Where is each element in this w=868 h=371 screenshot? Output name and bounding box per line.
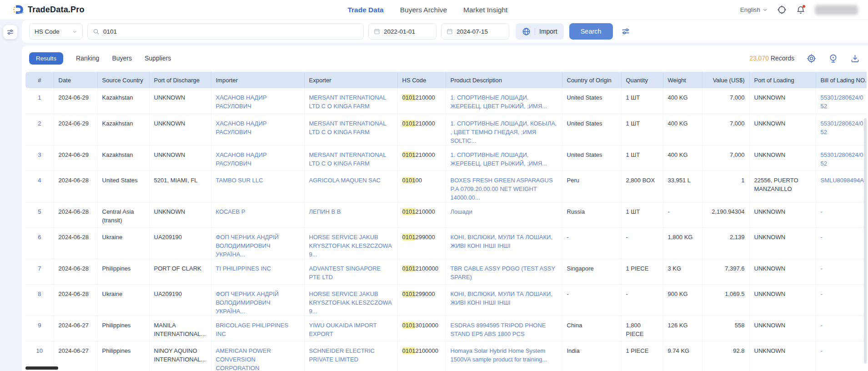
- bill-of-lading-link[interactable]: 55301/280624/0 52: [821, 120, 863, 135]
- importer-link[interactable]: ХАСАНОВ НАДИР РАСУЛОВИЧ: [216, 94, 267, 110]
- exporter-link[interactable]: YIWU OUKAIDA IMPORT EXPORT: [309, 322, 377, 337]
- nav-buyers-archive[interactable]: Buyers Archive: [400, 6, 447, 14]
- product-description-link[interactable]: 1. СПОРТИВНЫЕ ЛОШАДИ, ЖЕРЕБЕЦ, ЦВЕТ РЫЖИ…: [451, 151, 547, 167]
- bill-of-lading-link[interactable]: -: [821, 265, 823, 272]
- bill-of-lading-link[interactable]: -: [821, 291, 823, 297]
- product-description-link[interactable]: 1. СПОРТИВНЫЕ ЛОШАДИ, ЖЕРЕБЕЦ, ЦВЕТ РЫЖИ…: [451, 94, 547, 110]
- search-button[interactable]: Search: [569, 23, 613, 40]
- bill-of-lading-link[interactable]: -: [821, 208, 823, 215]
- user-account-blurred[interactable]: [815, 5, 858, 15]
- cell-hs-code: 010100: [397, 170, 446, 202]
- exporter-link[interactable]: MERSANT INTERNATIONAL LTD C O KINGA FARM: [309, 120, 386, 135]
- cell-source-country: Ukraine: [97, 284, 149, 316]
- exporter-link[interactable]: HORSE SERVICE JAKUB KRYSZTOFIAK KLESZCZO…: [309, 234, 392, 258]
- bill-of-lading-link[interactable]: SMLU8098494A: [821, 177, 864, 184]
- tab-buyers[interactable]: Buyers: [112, 52, 132, 65]
- product-description-link[interactable]: 1. СПОРТИВНЫЕ ЛОШАДИ, КОБЫЛА, , ЦВЕТ ТЕМ…: [451, 120, 557, 144]
- sidebar-toggle-button[interactable]: [3, 25, 17, 39]
- horizontal-scrollbar[interactable]: [25, 366, 58, 370]
- cell-importer: ХАСАНОВ НАДИР РАСУЛОВИЧ: [211, 114, 304, 145]
- gear-icon[interactable]: [806, 53, 816, 63]
- search-category-select[interactable]: HS Code: [29, 23, 83, 40]
- row-number-link[interactable]: 7: [38, 265, 41, 272]
- bill-of-lading-link[interactable]: -: [821, 234, 823, 241]
- cell-value: 1: [702, 170, 749, 202]
- row-number-link[interactable]: 3: [38, 151, 41, 158]
- importer-link[interactable]: BRICOLAGE PHILIPPINES INC: [216, 322, 289, 337]
- importer-link[interactable]: ХАСАНОВ НАДИР РАСУЛОВИЧ: [216, 120, 267, 135]
- date-to-input[interactable]: [457, 28, 504, 35]
- hs-code-rest: 00: [415, 177, 421, 184]
- cell-product-description: 1. СПОРТИВНЫЕ ЛОШАДИ, КОБЫЛА, , ЦВЕТ ТЕМ…: [446, 114, 562, 145]
- cell-source-country: Central Asia (transit): [97, 202, 149, 227]
- cell-country-of-origin: China: [562, 316, 621, 341]
- table-row: 2 2024-06-29 Kazakhstan UNKNOWN ХАСАНОВ …: [25, 114, 867, 145]
- globe-stand-icon[interactable]: [828, 53, 838, 63]
- bill-of-lading-link[interactable]: 55301/280624/0 52: [821, 94, 863, 110]
- top-bar: TradeData.Pro Trade Data Buyers Archive …: [0, 0, 868, 20]
- col-quantity: Quantity: [621, 72, 663, 88]
- importer-link[interactable]: ХАСАНОВ НАДИР РАСУЛОВИЧ: [216, 151, 267, 167]
- tab-ranking[interactable]: Ranking: [76, 52, 99, 65]
- row-number-link[interactable]: 9: [38, 322, 41, 329]
- brand[interactable]: TradeData.Pro: [13, 4, 85, 16]
- cell-port-of-loading: UNKNOWN: [749, 284, 816, 316]
- bell-icon[interactable]: [796, 5, 806, 15]
- importer-link[interactable]: ФОП ЧЕРНИХ АНДРІЙ ВОЛОДИМИРОВИЧ УКРАЇНА.…: [216, 291, 279, 315]
- download-icon[interactable]: [850, 53, 860, 63]
- cell-product-description: TBR CABLE ASSY POGO (TEST ASSY SPARE): [446, 259, 562, 284]
- product-description-link[interactable]: КОНІ, ВІСЛЮКИ, МУЛИ ТА ЛОШАКИ, ЖИВІ КОНІ…: [451, 291, 553, 306]
- date-from-field[interactable]: [368, 23, 437, 40]
- cell-quantity: 2,800 BOX: [621, 170, 663, 202]
- exporter-link[interactable]: AGRICOLA MAQUEN SAC: [309, 177, 381, 184]
- exporter-link[interactable]: HORSE SERVICE JAKUB KRYSZTOFIAK KLESZCZO…: [309, 291, 392, 315]
- row-number-link[interactable]: 1: [38, 94, 41, 101]
- date-to-field[interactable]: [441, 23, 509, 40]
- bill-of-lading-link[interactable]: 55301/280624/0 52: [821, 151, 863, 167]
- row-number-link[interactable]: 8: [38, 291, 41, 297]
- bill-of-lading-link[interactable]: -: [821, 322, 823, 329]
- exporter-link[interactable]: ЛЕПИН В В: [309, 208, 341, 215]
- product-description-link[interactable]: КОНІ, ВІСЛЮКИ, МУЛИ ТА ЛОШАКИ, ЖИВІ КОНІ…: [451, 234, 553, 249]
- importer-link[interactable]: TAMBO SUR LLC: [216, 177, 263, 184]
- cell-bill-of-lading: 55301/280624/0 52: [816, 145, 867, 170]
- nav-market-insight[interactable]: Market Insight: [463, 6, 507, 14]
- language-selector[interactable]: English: [740, 6, 768, 13]
- importer-link[interactable]: КОСАЕВ Р: [216, 208, 246, 215]
- bill-of-lading-link[interactable]: -: [821, 347, 823, 354]
- cell-date: 2024-06-29: [54, 88, 97, 114]
- tab-suppliers[interactable]: Suppliers: [145, 52, 171, 65]
- support-target-icon[interactable]: [777, 5, 787, 15]
- exporter-link[interactable]: ADVANTEST SINGAPORE PTE LTD: [309, 265, 381, 281]
- tab-results[interactable]: Results: [29, 52, 63, 65]
- exporter-link[interactable]: MERSANT INTERNATIONAL LTD C O KINGA FARM: [309, 94, 386, 110]
- cell-date: 2024-06-28: [54, 170, 97, 202]
- cell-port-of-discharge: PORT OF CLARK: [149, 259, 211, 284]
- product-description-link[interactable]: Homaya Solar Hybrid Home System 1500VA s…: [451, 347, 547, 363]
- vertical-scrollbar[interactable]: [864, 118, 867, 364]
- row-number-link[interactable]: 4: [38, 177, 41, 184]
- row-number-link[interactable]: 10: [36, 347, 43, 354]
- nav-trade-data[interactable]: Trade Data: [347, 6, 383, 14]
- importer-link[interactable]: TI PHILIPPINES INC: [216, 265, 271, 272]
- row-number-link[interactable]: 2: [38, 120, 41, 127]
- cell-importer: AMERICAN POWER CONVERSION CORPORATION: [211, 341, 304, 371]
- col-weight: Weight: [663, 72, 702, 88]
- product-description-link[interactable]: Лошади: [451, 208, 472, 215]
- row-number-link[interactable]: 5: [38, 208, 41, 215]
- import-button[interactable]: Import: [516, 23, 564, 40]
- cell-index: 2: [25, 114, 54, 145]
- exporter-link[interactable]: SCHNEIDER ELECTRIC PRIVATE LIMITED: [309, 347, 375, 363]
- importer-link[interactable]: AMERICAN POWER CONVERSION CORPORATION: [216, 347, 271, 371]
- search-input[interactable]: [103, 28, 358, 35]
- product-description-link[interactable]: ESDRAS 8994595 TRIPOD PHONE STAND EP5 AB…: [451, 322, 546, 337]
- date-from-input[interactable]: [384, 28, 431, 35]
- importer-link[interactable]: ФОП ЧЕРНИХ АНДРІЙ ВОЛОДИМИРОВИЧ УКРАЇНА.…: [216, 234, 279, 258]
- cell-weight: 400 KG: [663, 114, 702, 145]
- product-description-link[interactable]: TBR CABLE ASSY POGO (TEST ASSY SPARE): [451, 265, 555, 281]
- product-description-link[interactable]: BOXES FRESH GREEN ASPARAGUS P.A 0709.20.…: [451, 177, 553, 201]
- advanced-filters-button[interactable]: [621, 27, 630, 36]
- exporter-link[interactable]: MERSANT INTERNATIONAL LTD C O KINGA FARM: [309, 151, 386, 167]
- row-number-link[interactable]: 6: [38, 234, 41, 241]
- cell-exporter: AGRICOLA MAQUEN SAC: [304, 170, 397, 202]
